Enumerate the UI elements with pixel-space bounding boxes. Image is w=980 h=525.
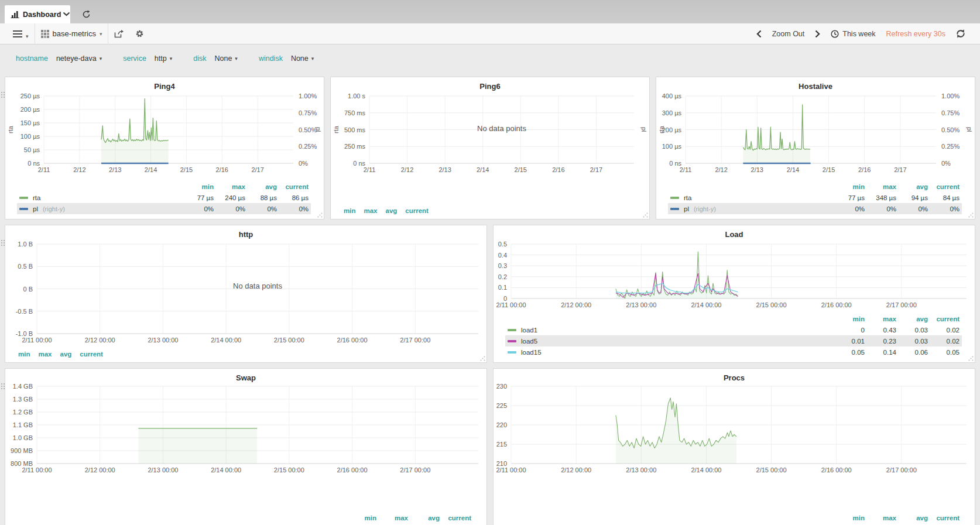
chart-canvas (511, 244, 967, 298)
legend-header[interactable]: min (833, 514, 865, 521)
legend-header[interactable]: current (928, 514, 960, 521)
panel-title[interactable]: Load (494, 225, 975, 239)
legend-header[interactable]: avg (896, 514, 928, 521)
main-menu-button[interactable]: ▾ (7, 23, 35, 44)
time-back-button[interactable] (751, 23, 767, 44)
tab-list-button[interactable] (57, 7, 75, 21)
plot-area[interactable]: 1.00 s750 ms500 ms250 ms0 ns2/112/122/13… (369, 96, 634, 163)
legend-series-name: rta (33, 194, 40, 201)
axis-tick-label: 1.1 GB (13, 421, 33, 428)
resize-handle-icon[interactable] (968, 212, 974, 218)
legend-header[interactable]: min (182, 183, 214, 190)
legend-header[interactable]: min (18, 351, 30, 358)
legend-header[interactable]: avg (385, 207, 397, 214)
legend-header[interactable]: avg (408, 514, 440, 521)
legend-header[interactable]: min (345, 514, 376, 521)
legend-value: 86 µs (277, 194, 309, 201)
panel-title[interactable]: Ping6 (331, 77, 649, 91)
axis-tick-label: 2/14 00:00 (211, 337, 241, 344)
chart-canvas (44, 96, 293, 163)
legend-header[interactable]: current (277, 183, 309, 190)
legend-header[interactable]: avg (60, 351, 71, 358)
legend-header[interactable]: max (38, 351, 52, 358)
legend-series-toggle[interactable]: rta (670, 194, 833, 201)
refresh-interval-picker[interactable]: Refresh every 30s (881, 23, 951, 44)
axis-tick-label: -0.5 B (16, 308, 33, 315)
tab-reload-button[interactable] (77, 7, 95, 21)
plot-area[interactable]: 0.50.40.30.20.102/11 00:002/12 00:002/13… (511, 244, 967, 298)
panel-title[interactable]: Procs (494, 369, 975, 383)
legend-header[interactable]: current (405, 207, 429, 214)
legend-series-suffix: (right-y) (43, 205, 65, 212)
share-button[interactable] (108, 23, 129, 44)
chart-canvas (686, 96, 936, 163)
legend-series-toggle[interactable]: pl(right-y) (670, 205, 833, 212)
legend-series-toggle[interactable]: load5 (508, 338, 833, 345)
panel-title[interactable]: Swap (5, 369, 486, 383)
variable-value-service[interactable]: http ▾ (155, 54, 172, 63)
legend-header[interactable]: avg (245, 183, 277, 190)
legend-header-row: minmaxavgcurrent (668, 181, 962, 192)
resize-handle-icon[interactable] (480, 356, 485, 361)
panel-title[interactable]: Ping4 (5, 77, 324, 91)
panel-title[interactable]: http (5, 225, 486, 239)
refresh-now-button[interactable] (951, 23, 971, 44)
plot-area[interactable]: 1.0 B0.5 B0 B-0.5 B-1.0 B2/11 00:002/12 … (37, 244, 478, 334)
variable-value-disk[interactable]: None ▾ (214, 54, 237, 63)
legend-header[interactable]: min (344, 207, 355, 214)
legend-header[interactable]: max (865, 183, 896, 190)
dashboard-picker[interactable]: base-metrics ▾ (35, 23, 108, 44)
plot-area[interactable]: 250 µs200 µs150 µs100 µs50 µs0 ns1.00%0.… (44, 96, 293, 163)
time-range-picker[interactable]: This week (825, 23, 880, 44)
legend-series-toggle[interactable]: load15 (508, 349, 833, 356)
axis-tick-label: 2/15 00:00 (756, 466, 787, 473)
legend-header[interactable]: current (928, 183, 960, 190)
legend-series-toggle[interactable]: pl(right-y) (19, 205, 182, 212)
panel-swap: Swap1.4 GB1.3 GB1.2 GB1.1 GB1.0 GB900 MB… (5, 368, 487, 525)
legend-swatch-icon (508, 329, 516, 331)
legend-value: 0% (214, 205, 245, 212)
legend-header[interactable]: current (440, 514, 471, 521)
legend-header[interactable]: avg (896, 315, 928, 322)
legend-value: 0% (896, 205, 928, 212)
legend-header[interactable]: max (364, 207, 377, 214)
zoom-out-button[interactable]: Zoom Out (767, 23, 810, 44)
resize-handle-icon[interactable] (643, 212, 648, 218)
variable-value-hostname[interactable]: neteye-dava ▾ (56, 54, 102, 63)
legend-value: 0.03 (896, 338, 928, 345)
gear-icon (135, 29, 144, 38)
plot-area[interactable]: 400 µs300 µs200 µs100 µs0 ns1.00%0.75%0.… (686, 96, 936, 163)
legend: minmaxavgcurrentload100.430.030.02load50… (505, 313, 962, 358)
legend-header[interactable]: avg (896, 183, 928, 190)
settings-button[interactable] (129, 23, 150, 44)
resize-handle-icon[interactable] (968, 356, 974, 361)
legend-header[interactable]: max (865, 315, 896, 322)
axis-tick-label: 0.2 (498, 273, 507, 280)
chevron-down-icon (63, 12, 70, 16)
legend-header[interactable]: current (80, 351, 103, 358)
legend-header[interactable]: min (833, 183, 865, 190)
reload-icon (82, 10, 91, 19)
axis-tick-label: 2/11 (364, 166, 376, 173)
legend-series-toggle[interactable]: load1 (508, 327, 833, 334)
variable-value-windisk[interactable]: None ▾ (291, 54, 314, 63)
legend-header[interactable]: current (928, 315, 960, 322)
plot-area[interactable]: 2302252202152102/11 00:002/12 00:002/13 … (511, 386, 967, 464)
time-forward-button[interactable] (810, 23, 825, 44)
legend-header[interactable]: max (865, 514, 896, 521)
chart-canvas (511, 386, 967, 464)
resize-handle-icon[interactable] (317, 212, 323, 218)
legend-value: 0% (865, 205, 896, 212)
legend-series-toggle[interactable]: rta (19, 194, 182, 201)
axis-tick-label: 300 µs (662, 109, 681, 116)
legend-row: load50.010.230.030.02 (505, 335, 962, 346)
axis-tick-label: 215 (496, 441, 507, 448)
legend-header[interactable]: max (214, 183, 245, 190)
panel-title[interactable]: Hostalive (656, 77, 975, 91)
legend-header[interactable]: min (833, 315, 865, 322)
plot-area[interactable]: 1.4 GB1.3 GB1.2 GB1.1 GB1.0 GB900 MB800 … (37, 386, 478, 464)
legend-header[interactable]: max (376, 514, 408, 521)
legend-series-suffix: (right-y) (694, 205, 716, 212)
axis-tick-label: 2/12 00:00 (85, 337, 115, 344)
axis-tick-label: 2/11 00:00 (496, 301, 526, 308)
